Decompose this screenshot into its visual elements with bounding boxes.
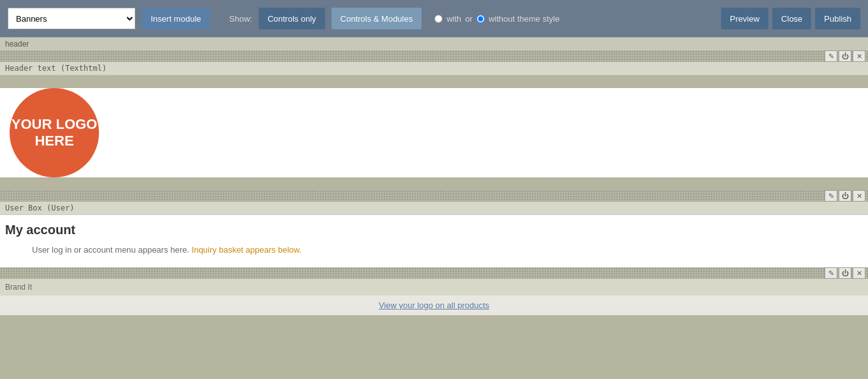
radio-or-label: or [465,14,473,24]
module-close-button-3[interactable]: ✕ [853,267,865,279]
toolbar-right: Preview Close Publish [721,8,860,29]
module-edit-button-2[interactable]: ✎ [825,190,837,202]
insert-module-button[interactable]: Insert module [142,8,210,29]
logo-circle: YOUR LOGO HERE [10,88,99,177]
brand-module-wrapper: ✎ ⏻ ✕ Brand It View your logo on all pro… [0,267,868,315]
brand-link[interactable]: View your logo on all products [379,301,489,310]
module-toggle-button-1[interactable]: ⏻ [839,50,851,62]
radio-with[interactable] [434,15,443,23]
module-edit-button-1[interactable]: ✎ [825,50,837,62]
show-label: Show: [229,14,252,24]
brand-label: Brand It [0,279,868,295]
toolbar: Banners Insert module Show: Controls onl… [0,0,868,37]
publish-button[interactable]: Publish [815,8,860,29]
separator-2: ✎ ⏻ ✕ [0,190,868,202]
module-label-1: Header text (Texthtml) [0,62,868,75]
module-close-button-1[interactable]: ✕ [853,50,865,62]
header-section-label: header [0,37,868,50]
module-close-button-2[interactable]: ✕ [853,190,865,202]
module-edit-button-3[interactable]: ✎ [825,267,837,279]
account-text: User log in or account menu appears here… [0,242,868,267]
module-toggle-button-2[interactable]: ⏻ [839,190,851,202]
module-controls-3: ✎ ⏻ ✕ [825,267,865,279]
theme-style-group: with or without theme style [434,14,560,24]
controls-only-button[interactable]: Controls only [259,8,325,29]
close-button[interactable]: Close [772,8,811,29]
module-content-1: YOUR LOGO HERE [0,88,868,177]
separator-3: ✎ ⏻ ✕ [0,267,868,279]
brand-content: View your logo on all products [0,295,868,315]
module-dropdown[interactable]: Banners [8,8,135,29]
preview-button[interactable]: Preview [721,8,768,29]
my-account-title: My account [0,215,868,242]
module-controls-2: ✎ ⏻ ✕ [825,190,865,202]
module-content-2: My account User log in or account menu a… [0,215,868,267]
controls-modules-button[interactable]: Controls & Modules [331,8,422,29]
logo-text: YOUR LOGO HERE [10,116,99,150]
radio-without-label: without theme style [489,14,560,24]
account-text-plain: User log in or account menu appears here… [32,245,189,255]
header-module-wrapper: ✎ ⏻ ✕ Header text (Texthtml) YOUR LOGO H… [0,50,868,177]
module-label-2: User Box (User) [0,202,868,215]
inquiry-basket-link[interactable]: Inquiry basket appears below. [192,245,301,255]
separator-1: ✎ ⏻ ✕ [0,50,868,62]
radio-without[interactable] [476,15,485,23]
module-toggle-button-3[interactable]: ⏻ [839,267,851,279]
userbox-module-wrapper: ✎ ⏻ ✕ User Box (User) My account User lo… [0,190,868,267]
radio-with-label: with [446,14,461,24]
module-controls-1: ✎ ⏻ ✕ [825,50,865,62]
